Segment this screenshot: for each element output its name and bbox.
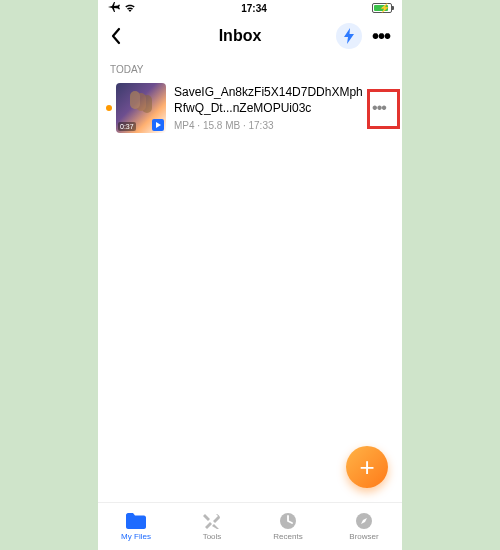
file-meta: MP4 · 15.8 MB · 17:33	[174, 120, 364, 131]
unread-dot-icon	[106, 105, 112, 111]
battery-icon: ⚡	[372, 3, 392, 13]
status-right: ⚡	[372, 3, 392, 13]
compass-icon	[353, 512, 375, 530]
airplane-icon	[108, 2, 120, 14]
tab-label: Recents	[273, 532, 302, 541]
tab-label: Browser	[349, 532, 378, 541]
file-name: SaveIG_An8kzFi5X14D7DDhXMphRfwQ_Dt...nZe…	[174, 85, 364, 116]
file-more-button[interactable]: •••	[364, 96, 394, 120]
play-icon	[152, 119, 164, 131]
nav-more-button[interactable]: •••	[372, 25, 390, 48]
tab-label: Tools	[203, 532, 222, 541]
folder-icon	[125, 512, 147, 530]
status-bar: 17:34 ⚡	[98, 0, 402, 16]
page-title: Inbox	[219, 27, 262, 45]
video-duration: 0:37	[118, 122, 136, 131]
clock-icon	[277, 512, 299, 530]
section-today: TODAY	[98, 56, 402, 79]
tab-tools[interactable]: Tools	[174, 503, 250, 550]
status-left	[108, 2, 136, 14]
tab-label: My Files	[121, 532, 151, 541]
boost-button[interactable]	[336, 23, 362, 49]
status-time: 17:34	[241, 3, 267, 14]
tools-icon	[201, 512, 223, 530]
wifi-icon	[124, 3, 136, 14]
file-info: SaveIG_An8kzFi5X14D7DDhXMphRfwQ_Dt...nZe…	[166, 85, 364, 131]
file-row[interactable]: 0:37 SaveIG_An8kzFi5X14D7DDhXMphRfwQ_Dt.…	[98, 79, 402, 137]
tab-bar: My Files Tools Recents Browser	[98, 502, 402, 550]
back-button[interactable]	[110, 27, 150, 45]
phone-frame: 17:34 ⚡ Inbox ••• TODAY 0:37 SaveIG_An8k…	[98, 0, 402, 550]
lightning-icon	[343, 28, 355, 44]
file-thumbnail[interactable]: 0:37	[116, 83, 166, 133]
add-button[interactable]: +	[346, 446, 388, 488]
tab-myfiles[interactable]: My Files	[98, 503, 174, 550]
tab-recents[interactable]: Recents	[250, 503, 326, 550]
tab-browser[interactable]: Browser	[326, 503, 402, 550]
nav-bar: Inbox •••	[98, 16, 402, 56]
chevron-left-icon	[110, 27, 122, 45]
plus-icon: +	[359, 452, 374, 483]
